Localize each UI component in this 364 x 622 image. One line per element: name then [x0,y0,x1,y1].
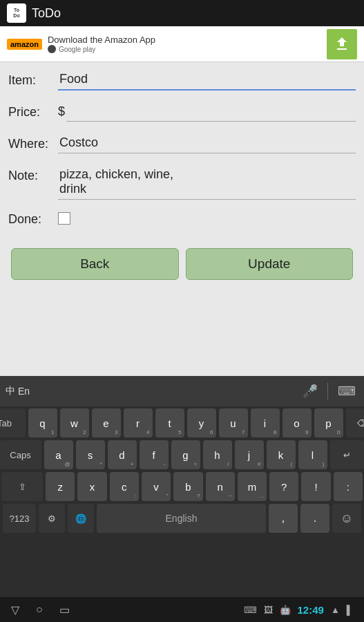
button-row: Back Update [8,248,356,280]
item-label: Item: [8,69,58,88]
keyboard-row-1: Tab q1 w2 e3 r4 t5 y6 u7 i8 o9 p0 ⌫ [1,408,363,437]
note-input[interactable]: pizza, chicken, wine, drink [58,164,356,200]
lang-switch-button[interactable]: 中 En [6,385,30,397]
period-key[interactable]: . [300,504,329,533]
chinese-lang-icon: 中 [6,385,15,397]
item-row: Item: [8,69,356,95]
key-b[interactable]: b? [173,472,202,501]
comma-key[interactable]: , [269,504,298,533]
settings-key[interactable]: ⚙ [39,504,65,533]
globe-key[interactable]: 🌐 [68,504,94,533]
title-bar: ToDo ToDo [0,0,364,26]
time-display: 12:49 [298,604,324,616]
backspace-key[interactable]: ⌫ [346,408,365,437]
num-key[interactable]: ?123 [3,504,36,533]
amazon-logo: amazon [7,39,42,50]
key-q[interactable]: q1 [28,408,57,437]
android-status-icon: 🤖 [280,605,291,615]
back-button[interactable]: Back [11,248,179,280]
ad-text-line1: Download the Amazon App [48,35,155,45]
key-a[interactable]: a@ [44,440,73,469]
keyboard-right-icons: 🎤 ⌨ [300,381,358,402]
price-input-wrap: $ [58,101,356,122]
shift-key[interactable]: ⇧ [1,472,43,501]
key-y[interactable]: y6 [187,408,216,437]
done-checkbox[interactable] [58,212,70,225]
note-label: Note: [8,164,58,183]
keyboard-rows: Tab q1 w2 e3 r4 t5 y6 u7 i8 o9 p0 ⌫ Caps… [0,406,364,533]
key-p[interactable]: p0 [314,408,343,437]
key-l[interactable]: l) [298,440,327,469]
google-play-icon [48,45,56,53]
key-d[interactable]: d+ [108,440,137,469]
update-button[interactable]: Update [186,248,354,280]
space-key[interactable]: English [97,504,266,533]
nav-right-icons: ⌨ 🖼 🤖 12:49 ▲ ▌ [244,604,353,616]
where-label: Where: [8,133,58,151]
form-area: Item: Price: $ Where: Note: pizza, chick… [0,62,364,287]
where-input[interactable] [58,133,356,153]
app-title: ToDo [32,6,61,21]
done-row: Done: [8,208,356,234]
key-u[interactable]: u7 [219,408,248,437]
key-v[interactable]: v" [142,472,171,501]
keyboard-top-row: 中 En 🎤 ⌨ [0,376,364,406]
key-question[interactable]: ? [269,472,298,501]
keyboard-layout-icon[interactable]: ⌨ [335,381,358,402]
gallery-status-icon: 🖼 [264,605,273,615]
price-label: Price: [8,101,58,120]
where-input-wrap [58,133,356,153]
key-o[interactable]: o9 [282,408,312,437]
recent-nav-icon[interactable]: ▭ [59,603,70,616]
kb-divider [327,383,328,399]
key-i[interactable]: i8 [251,408,280,437]
price-row: Price: $ [8,101,356,127]
enter-key[interactable]: ↵ [330,440,365,469]
key-x[interactable]: x [77,472,106,501]
key-j[interactable]: j# [235,440,264,469]
ad-banner[interactable]: amazon Download the Amazon App Google pl… [0,26,364,62]
item-input-wrap [58,69,356,91]
key-colon[interactable]: : [334,472,363,501]
english-label: English [166,513,198,524]
key-exclaim[interactable]: ! [301,472,330,501]
key-r[interactable]: r4 [124,408,153,437]
done-checkbox-wrap [58,208,70,225]
app-icon: ToDo [7,3,26,23]
key-z[interactable]: z [46,472,75,501]
note-row: Note: pizza, chicken, wine, drink [8,164,356,202]
caps-key[interactable]: Caps [0,440,41,469]
key-t[interactable]: t5 [155,408,184,437]
wifi-icon: ▲ [331,605,340,615]
keyboard-status-icon: ⌨ [244,605,257,615]
key-e[interactable]: e3 [92,408,121,437]
english-lang-indicator: En [18,386,30,397]
back-nav-icon[interactable]: ▽ [11,603,19,616]
ad-download-button[interactable] [327,29,357,59]
key-n[interactable]: n~ [206,472,235,501]
key-h[interactable]: h/ [203,440,232,469]
emoji-key[interactable]: ☺ [332,504,361,533]
dollar-sign: $ [58,104,65,119]
where-row: Where: [8,133,356,159]
item-input[interactable] [58,69,356,91]
ad-content: amazon Download the Amazon App Google pl… [7,35,155,53]
microphone-icon[interactable]: 🎤 [300,381,320,402]
key-c[interactable]: c: [110,472,139,501]
keyboard-bottom-row: ?123 ⚙ 🌐 English , . ☺ [1,504,363,533]
price-input[interactable] [66,101,356,122]
key-m[interactable]: m... [238,472,267,501]
tab-key[interactable]: Tab [0,408,26,437]
key-g[interactable]: g= [171,440,200,469]
key-k[interactable]: k( [267,440,296,469]
key-w[interactable]: w2 [60,408,89,437]
keyboard-row-3: ⇧ z x c: v" b? n~ m... ? ! : [1,472,363,501]
key-s[interactable]: s* [76,440,105,469]
keyboard-row-2: Caps a@ s* d+ f- g= h/ j# k( l) ↵ [1,440,363,469]
keyboard: 中 En 🎤 ⌨ Tab q1 w2 e3 r4 t5 y6 u7 i8 o9 … [0,376,364,597]
key-f[interactable]: f- [140,440,169,469]
nav-bar: ▽ ○ ▭ ⌨ 🖼 🤖 12:49 ▲ ▌ [0,597,364,622]
done-label: Done: [8,208,58,227]
home-nav-icon[interactable]: ○ [36,603,43,616]
nav-left-icons: ▽ ○ ▭ [11,603,70,616]
